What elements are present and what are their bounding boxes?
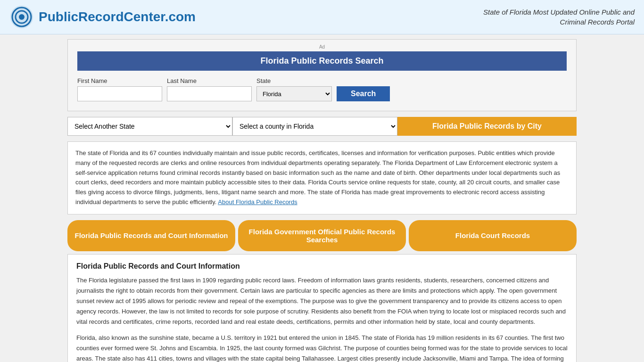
search-box-container: Ad Florida Public Records Search First N… [67,39,577,111]
description-text: The state of Florida and its 67 counties… [75,149,560,206]
content-text: The Florida legislature passed the first… [76,275,568,362]
dropdowns-row: Select Another State Select a county in … [67,117,577,136]
svg-point-3 [19,14,25,20]
tab-buttons: Florida Public Records and Court Informa… [67,220,577,251]
last-name-input[interactable] [167,86,252,101]
tab-government-searches[interactable]: Florida Government Official Public Recor… [238,220,406,251]
first-name-group: First Name [77,77,162,101]
state-group: State Florida [256,77,332,101]
state-select[interactable]: Florida [256,86,332,101]
first-name-label: First Name [77,77,162,84]
about-florida-link[interactable]: About Florida Public Records [218,198,297,206]
description-box: The state of Florida and its 67 counties… [67,141,577,214]
tab-public-records[interactable]: Florida Public Records and Court Informa… [67,220,235,251]
first-name-input[interactable] [77,86,162,101]
state-label: State [256,77,332,84]
search-header: Florida Public Records Search [77,51,567,71]
content-title: Florida Public Records and Court Informa… [76,262,568,271]
search-fields: First Name Last Name State Florida Searc… [77,77,567,101]
search-button[interactable]: Search [337,86,390,101]
county-dropdown-select[interactable]: Select a county in Florida [232,117,397,136]
ad-label: Ad [77,44,567,49]
tab-court-records[interactable]: Florida Court Records [409,220,577,251]
logo-icon [9,5,34,29]
header-tagline: State of Florida Most Updated Online Pub… [470,7,635,27]
last-name-label: Last Name [167,77,252,84]
content-area: Florida Public Records and Court Informa… [67,254,577,362]
last-name-group: Last Name [167,77,252,101]
state-dropdown-select[interactable]: Select Another State [67,117,232,136]
page-header: PublicRecordCenter.com State of Florida … [0,0,644,34]
site-title: PublicRecordCenter.com [39,9,196,25]
logo-area: PublicRecordCenter.com [9,5,196,29]
city-records-button[interactable]: Florida Public Records by City [397,117,577,136]
content-paragraph-2: Florida, also known as the sunshine stat… [76,333,568,362]
main-wrapper: Ad Florida Public Records Search First N… [63,39,581,362]
content-paragraph-1: The Florida legislature passed the first… [76,275,568,327]
